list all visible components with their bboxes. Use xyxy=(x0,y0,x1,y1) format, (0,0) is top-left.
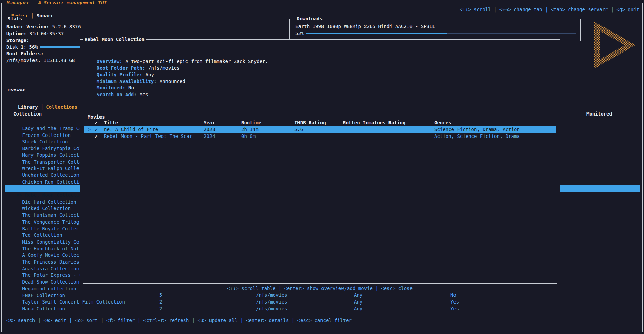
detail-monitored: Monitored:No xyxy=(85,78,134,84)
version-value: 5.2.6.8376 xyxy=(52,23,81,30)
detail-root-folder: Root Folder Path:/nfs/movies xyxy=(85,58,180,65)
download-item-name: Earth 1998 1080p WEBRip x265 Hindi AAC2.… xyxy=(295,23,435,30)
collection-cell: 2 xyxy=(159,298,162,305)
collection-cell: Any xyxy=(354,305,362,312)
movie-row[interactable]: ✔ Rebel Moon - Part Two: The Scar 2024 0… xyxy=(84,133,556,140)
check-column-header: ✔ xyxy=(95,119,97,126)
popup-movies-header-row: ✔ Title Year Runtime IMDB Rating Rotten … xyxy=(84,119,556,126)
download-gauge xyxy=(306,33,576,34)
storage-label: Storage: xyxy=(6,37,29,44)
title-column-header: Title xyxy=(104,119,118,126)
root-folders-label: Root Folders: xyxy=(6,50,44,57)
movie-runtime: 0h 0m xyxy=(241,133,256,140)
detail-minimum-availability: Minimum Availability:Announced xyxy=(85,71,185,78)
movie-genres: Science Fiction, Drama, Action xyxy=(434,126,520,133)
selection-marker: => xyxy=(85,126,91,133)
root-folder-value: /nfs/movies: 11511.43 GB xyxy=(6,57,75,64)
collection-cell: 2 xyxy=(159,305,162,312)
collection-cell: Any xyxy=(354,298,362,305)
managarr-logo-icon xyxy=(589,22,636,68)
app-title: Managarr — A Servarr management TUI xyxy=(5,0,109,6)
servarr-tabs: Radarr│Sonarr xyxy=(5,6,53,13)
download-gauge-fill xyxy=(306,33,446,34)
collection-cell: /nfs/movies xyxy=(256,305,287,312)
downloads-panel-title: Downloads xyxy=(295,16,324,22)
movie-imdb: 5.6 xyxy=(294,126,303,133)
movie-genres: Action, Science Fiction, Drama xyxy=(434,133,520,140)
collection-cell: No xyxy=(450,292,456,298)
tab-sonarr[interactable]: Sonarr xyxy=(37,13,54,18)
popup-movies-table: Movies ✔ Title Year Runtime IMDB Rating … xyxy=(83,117,557,284)
bottom-help-bar: <s> search | <e> edit | <o> sort | <f> f… xyxy=(3,315,641,326)
collection-row[interactable]: Nana Collection 2/nfs/moviesAnyYes xyxy=(5,298,640,305)
movie-runtime: 2h 14m xyxy=(241,126,259,133)
movie-check-icon: ✔ xyxy=(95,133,97,140)
collection-row[interactable]: Taylor Swift Concert Film Collection 5/n… xyxy=(5,292,640,298)
download-item-progress-row: 52% xyxy=(295,30,577,37)
imdb-column-header: IMDB Rating xyxy=(294,119,326,126)
popup-title: Rebel Moon Collection xyxy=(83,36,146,42)
uptime-value: 31d 04:35:37 xyxy=(29,30,64,37)
year-column-header: Year xyxy=(204,119,215,126)
collection-details-popup: Rebel Moon Collection Overview:A two-par… xyxy=(80,39,560,292)
stats-version-row: Radarr Version: 5.2.6.8376 xyxy=(6,23,286,30)
collection-cell: /nfs/movies xyxy=(256,298,287,305)
runtime-column-header: Runtime xyxy=(241,119,261,126)
collection-cell: /nfs/movies xyxy=(256,292,287,298)
bottom-keybindings: <s> search | <e> edit | <o> sort | <f> f… xyxy=(6,315,352,326)
rotten-tomatoes-column-header: Rotten Tomatoes Rating xyxy=(343,119,405,126)
downloads-panel: Downloads Earth 1998 1080p WEBRip x265 H… xyxy=(292,19,581,41)
version-label: Radarr Version: xyxy=(6,23,49,30)
uptime-label: Uptime: xyxy=(6,30,26,37)
detail-overview: Overview:A two-part sci-fi epic from fil… xyxy=(85,51,268,58)
download-percent-label: 52% xyxy=(295,30,304,37)
collection-cell: Yes xyxy=(450,305,459,312)
detail-quality-profile: Quality Profile:Any xyxy=(85,64,154,71)
stats-panel-title: Stats xyxy=(6,16,24,22)
detail-search-on-add: Search on Add:Yes xyxy=(85,84,148,91)
tab-separator: │ xyxy=(31,13,34,18)
movie-check-icon: ✔ xyxy=(95,126,97,133)
collection-cell: Yes xyxy=(450,298,459,305)
download-item-name-row: Earth 1998 1080p WEBRip x265 Hindi AAC2.… xyxy=(295,23,577,30)
collection-cell: Any xyxy=(354,292,362,298)
disk-label: Disk 1: 56% xyxy=(6,44,38,50)
movie-year: 2023 xyxy=(204,126,215,133)
movie-title: ne: A Child of Fire xyxy=(104,126,158,133)
detail-value: Yes xyxy=(140,92,148,97)
logo-panel xyxy=(584,19,641,71)
stats-uptime-row: Uptime: 31d 04:35:37 xyxy=(6,30,286,37)
collection-cell: 5 xyxy=(159,292,162,298)
genres-column-header: Genres xyxy=(434,119,451,126)
detail-label: Search on Add: xyxy=(97,92,137,97)
collection-row[interactable]: Miraculous Collection 2/nfs/moviesAnyYes xyxy=(5,305,640,312)
popup-keybindings: <↑↓> scroll table | <enter> show overvie… xyxy=(80,285,560,292)
top-keybindings: <↑↓> scroll | <←→> change tab | <tab> ch… xyxy=(460,6,639,13)
movie-row[interactable]: => ✔ ne: A Child of Fire 2023 2h 14m 5.6… xyxy=(84,126,556,133)
detail-value: Announced xyxy=(160,79,185,84)
movie-year: 2024 xyxy=(204,133,215,140)
movie-title: Rebel Moon - Part Two: The Scar xyxy=(104,133,192,140)
